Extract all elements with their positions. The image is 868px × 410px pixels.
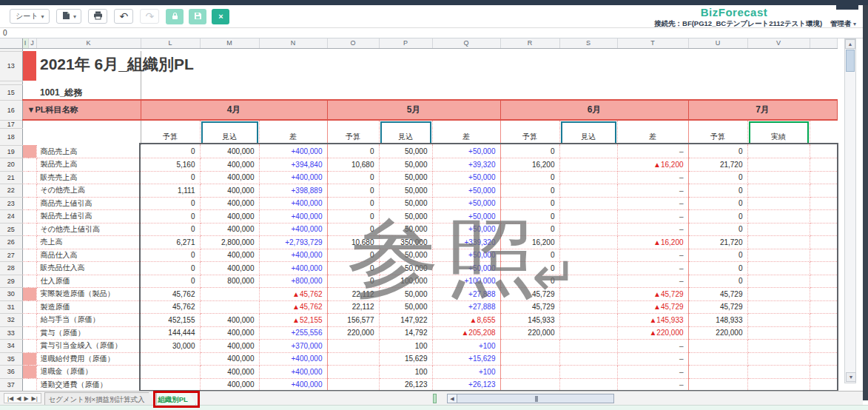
value-cell[interactable]: ▲52,155 [259, 314, 327, 327]
col-label-9[interactable]: 予算 [688, 128, 747, 145]
value-cell[interactable] [747, 366, 810, 379]
row-number[interactable]: 26 [0, 236, 22, 249]
value-cell[interactable]: 50,000 [379, 300, 432, 314]
column-header-I[interactable]: I [22, 38, 28, 48]
month-header-june[interactable]: 6月 [500, 100, 688, 120]
row-number[interactable]: 15 [0, 84, 22, 100]
value-cell[interactable]: 0 [327, 171, 379, 184]
vertical-scroll-thumb[interactable] [846, 50, 855, 72]
value-cell[interactable]: +50,000 [432, 184, 500, 198]
value-cell[interactable]: +27,888 [432, 300, 500, 314]
value-cell[interactable]: 0 [688, 145, 747, 158]
value-cell[interactable]: 15,629 [379, 352, 432, 366]
value-cell[interactable] [200, 288, 259, 301]
value-cell[interactable]: +27,888 [432, 288, 500, 301]
row-number[interactable]: 31 [0, 300, 22, 314]
value-cell[interactable]: 400,000 [200, 210, 259, 224]
row-number[interactable]: 27 [0, 249, 22, 262]
account-name-cell[interactable]: 製品売上高 [36, 158, 141, 172]
value-cell[interactable]: 144,444 [141, 326, 200, 340]
row-number[interactable]: 19 [0, 145, 22, 158]
scroll-up-icon[interactable]: ▲ [845, 39, 855, 49]
value-cell[interactable]: +100 [432, 366, 500, 379]
value-cell[interactable]: 0 [688, 171, 747, 184]
value-cell[interactable]: +2,793,729 [259, 236, 327, 249]
value-cell[interactable]: 0 [500, 210, 559, 224]
column-header-J[interactable]: J [28, 38, 36, 48]
value-cell[interactable]: +26,123 [432, 378, 500, 391]
col-label-10[interactable]: 実績 [747, 128, 810, 145]
tab-split-handle[interactable] [433, 394, 437, 403]
value-cell[interactable] [747, 300, 810, 314]
sheet-tab-org-pl[interactable]: 組織別PL [156, 392, 196, 405]
account-name-cell[interactable]: 通勤交通費（原価） [36, 378, 141, 391]
account-name-cell[interactable]: その他売上高 [36, 184, 141, 198]
column-header-U[interactable]: U [688, 38, 747, 48]
value-cell[interactable]: +255,556 [259, 326, 327, 340]
value-cell[interactable]: 10,680 [327, 158, 379, 172]
value-cell[interactable] [559, 236, 617, 249]
value-cell[interactable]: 400,000 [200, 158, 259, 172]
value-cell[interactable] [559, 378, 617, 391]
value-cell[interactable]: ▲45,729 [617, 288, 688, 301]
value-cell[interactable]: 16,200 [500, 158, 559, 172]
value-cell[interactable]: 156,577 [327, 314, 379, 327]
vertical-scrollbar[interactable]: ▲ ▼ [844, 38, 856, 383]
value-cell[interactable] [559, 340, 617, 353]
value-cell[interactable]: +394,840 [259, 158, 327, 172]
value-cell[interactable]: 400,000 [200, 366, 259, 379]
value-cell[interactable]: 45,729 [500, 300, 559, 314]
row-number[interactable]: 37 [0, 378, 22, 391]
value-cell[interactable]: ▲45,729 [617, 300, 688, 314]
value-cell[interactable] [500, 340, 559, 353]
value-cell[interactable]: 0 [141, 197, 200, 210]
value-cell[interactable]: 400,000 [200, 314, 259, 327]
value-cell[interactable]: 147,922 [379, 314, 432, 327]
value-cell[interactable]: 0 [500, 275, 559, 288]
value-cell[interactable]: 10,680 [327, 236, 379, 249]
value-cell[interactable]: 0 [141, 145, 200, 158]
value-cell[interactable]: +370,000 [259, 340, 327, 353]
account-name-cell[interactable]: 製品売上値引高 [36, 210, 141, 224]
value-cell[interactable]: 0 [327, 197, 379, 210]
value-cell[interactable] [747, 210, 810, 224]
value-cell[interactable]: 148,933 [688, 314, 747, 327]
close-button[interactable]: × [212, 9, 229, 24]
col-label-0[interactable]: 予算 [141, 128, 200, 145]
value-cell[interactable] [559, 275, 617, 288]
last-sheet-icon[interactable]: ▶| [32, 395, 38, 402]
row-number[interactable]: 13 [0, 51, 22, 81]
col-label-7[interactable]: 見込 [559, 128, 617, 145]
value-cell[interactable] [747, 145, 810, 158]
value-cell[interactable]: +15,629 [432, 352, 500, 366]
value-cell[interactable]: 45,729 [688, 300, 747, 314]
account-name-cell[interactable]: 実際製造原価（製品） [36, 288, 141, 301]
value-cell[interactable]: +50,000 [432, 262, 500, 275]
value-cell[interactable]: 0 [500, 171, 559, 184]
value-cell[interactable]: 0 [327, 262, 379, 275]
value-cell[interactable]: 0 [500, 249, 559, 262]
value-cell[interactable]: – [617, 352, 688, 366]
value-cell[interactable]: 0 [327, 249, 379, 262]
pl-item-name-header[interactable]: ▼PL科目名称 [22, 100, 141, 120]
value-cell[interactable] [559, 262, 617, 275]
account-name-cell[interactable]: 販売品仕入高 [36, 262, 141, 275]
row-number[interactable]: 22 [0, 184, 22, 198]
account-name-cell[interactable]: 給与手当（原価） [36, 314, 141, 327]
value-cell[interactable] [559, 300, 617, 314]
horizontal-scroll-track[interactable] [457, 394, 614, 403]
value-cell[interactable] [747, 314, 810, 327]
value-cell[interactable]: ▲16,200 [617, 158, 688, 172]
value-cell[interactable]: 50,000 [379, 184, 432, 198]
value-cell[interactable]: 30,000 [141, 340, 200, 353]
value-cell[interactable]: – [617, 378, 688, 391]
horizontal-scrollbar[interactable]: ◀ [433, 394, 614, 403]
value-cell[interactable]: 100,000 [379, 275, 432, 288]
row-number[interactable]: 23 [0, 197, 22, 210]
value-cell[interactable] [747, 223, 810, 236]
value-cell[interactable]: 0 [327, 184, 379, 198]
value-cell[interactable]: 0 [141, 210, 200, 224]
value-cell[interactable]: ▲145,933 [617, 314, 688, 327]
column-header-S[interactable]: S [559, 38, 617, 48]
value-cell[interactable] [500, 352, 559, 366]
